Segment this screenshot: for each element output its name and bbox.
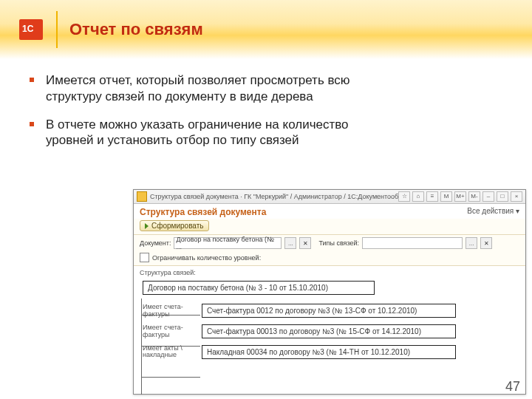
generate-button-label: Сформировать	[151, 222, 204, 230]
limit-checkbox[interactable]	[140, 253, 149, 262]
app-icon	[137, 191, 147, 202]
mplus-button[interactable]: M+	[454, 191, 466, 202]
menu-icon[interactable]: ≡	[426, 191, 438, 202]
bullet-dot-icon	[30, 78, 34, 82]
tree-child-row: Имеет счета-фактуры Счет-фактура 0012 по…	[143, 304, 519, 318]
tree-child-node[interactable]: Накладная 00034 по договору №3 (№ 14-ТН …	[202, 345, 456, 359]
logo-1c	[10, 13, 52, 46]
maximize-button[interactable]: □	[497, 191, 508, 202]
limit-label: Ограничивать количество уровней:	[152, 254, 261, 262]
filter-row: Документ: Договор на поставку бетона (№ …	[134, 235, 525, 251]
divider	[56, 11, 58, 48]
bullet-item: В отчете можно указать ограничение на ко…	[30, 117, 502, 149]
types-clear-button[interactable]: ✕	[480, 237, 492, 249]
bullet-text: В отчете можно указать ограничение на ко…	[46, 117, 371, 149]
window-controls: ☆ ⌂ ≡ M M+ M- – □ ×	[398, 191, 522, 202]
bullet-dot-icon	[30, 122, 34, 126]
tree-child-row: Имеет акты \ накладные Накладная 00034 п…	[143, 345, 519, 360]
relation-label: Имеет счета-фактуры	[143, 324, 202, 339]
limit-row: Ограничивать количество уровней:	[134, 251, 525, 266]
tree-child-row: Имеет счета-фактуры Счет-фактура 00013 п…	[143, 324, 519, 339]
document-clear-button[interactable]: ✕	[299, 237, 311, 249]
slide-body: Имеется отчет, который позволяет просмот…	[0, 59, 532, 149]
relation-label: Имеет акты \ накладные	[143, 345, 202, 360]
types-label: Типы связей:	[318, 239, 359, 247]
tree-root-node[interactable]: Договор на поставку бетона (№ 3 - 10 от …	[143, 281, 375, 295]
toolbar: Сформировать	[134, 219, 525, 235]
mminus-button[interactable]: M-	[468, 191, 480, 202]
m-button[interactable]: M	[440, 191, 452, 202]
tree-child-node[interactable]: Счет-фактура 0012 по договору №3 (№ 13-С…	[202, 304, 456, 318]
generate-button[interactable]: Сформировать	[140, 220, 209, 231]
fav-icon[interactable]: ☆	[398, 191, 410, 202]
types-input[interactable]	[362, 237, 463, 249]
relations-tree: Договор на поставку бетона (№ 3 - 10 от …	[134, 278, 525, 371]
bullet-text: Имеется отчет, который позволяет просмот…	[46, 72, 371, 105]
form-title: Структура связей документа	[140, 207, 266, 217]
bullet-item: Имеется отчет, который позволяет просмот…	[30, 72, 502, 105]
document-input[interactable]: Договор на поставку бетона (№ ...	[174, 237, 282, 249]
types-lookup-button[interactable]: ...	[466, 237, 477, 249]
structure-label: Структура связей:	[134, 266, 525, 278]
tree-child-node[interactable]: Счет-фактура 00013 по договору №3 (№ 15-…	[202, 324, 456, 338]
window-titlebar: Структура связей документа · ГК "Меркури…	[134, 190, 525, 204]
document-lookup-button[interactable]: ...	[284, 237, 296, 249]
document-label: Документ:	[140, 239, 171, 247]
window-title-text: Структура связей документа · ГК "Меркури…	[150, 193, 398, 200]
minimize-button[interactable]: –	[482, 191, 494, 202]
form-header: Структура связей документа Все действия …	[134, 204, 525, 219]
slide-title: Отчет по связям	[69, 20, 203, 39]
relation-label: Имеет счета-фактуры	[143, 304, 202, 318]
play-icon	[145, 223, 149, 229]
all-actions-button[interactable]: Все действия ▾	[467, 207, 519, 217]
page-number: 47	[505, 379, 520, 395]
close-button[interactable]: ×	[511, 191, 522, 202]
slide-banner: Отчет по связям	[0, 0, 532, 59]
home-icon[interactable]: ⌂	[412, 191, 424, 202]
document-input-text: Договор на поставку бетона (№ ...	[176, 236, 279, 250]
app-window: Структура связей документа · ГК "Меркури…	[133, 189, 526, 395]
